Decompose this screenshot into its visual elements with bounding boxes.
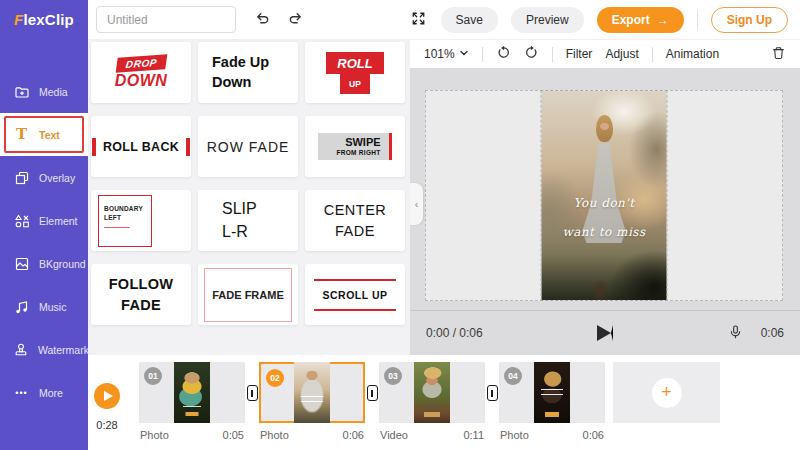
preset-label: FADE: [324, 221, 387, 241]
slide-text-line1: You don't: [542, 189, 667, 218]
preset-scroll-up[interactable]: SCROLL UP: [305, 264, 405, 325]
panel-collapse-handle[interactable]: ‹: [410, 183, 423, 225]
tab-filter[interactable]: Filter: [566, 47, 593, 61]
sidebar-item-label: BKground: [39, 258, 86, 270]
preset-label: CENTERFADE: [324, 200, 387, 241]
fullscreen-button[interactable]: [409, 9, 428, 31]
preset-label: FADE FRAME: [204, 268, 292, 322]
preset-roll-back[interactable]: ROLL BACK: [91, 116, 191, 177]
preset-label: BOUNDARY: [104, 204, 151, 214]
sidebar-item-more[interactable]: •••More: [0, 371, 88, 414]
preview-button[interactable]: Preview: [511, 7, 584, 33]
add-clip-button[interactable]: +: [613, 362, 720, 423]
preset-label: FADE: [109, 295, 174, 315]
flexclip-logo[interactable]: FlexClip: [0, 0, 88, 40]
sidebar-item-media[interactable]: Media: [0, 70, 88, 113]
clip-meta: Video0:11: [379, 429, 485, 441]
preset-label: Fade Up: [212, 53, 284, 73]
clip-duration: 0:06: [761, 326, 784, 340]
clip-number-badge: 04: [504, 367, 522, 385]
clip-type-label: Video: [380, 429, 408, 441]
shapes-icon: [13, 213, 30, 229]
sidebar-item-bkground[interactable]: BKground: [0, 242, 88, 285]
clip-number-badge: 01: [144, 367, 162, 385]
redo-button[interactable]: [285, 8, 306, 32]
sign-up-button[interactable]: Sign Up: [711, 7, 788, 33]
clip-number-badge: 03: [384, 367, 402, 385]
project-title-input[interactable]: [96, 6, 236, 33]
stamp-icon: [13, 342, 29, 358]
undo-button[interactable]: [252, 8, 273, 32]
preset-roll-up[interactable]: ROLLUP: [305, 42, 405, 103]
transition-icon: [367, 385, 378, 401]
save-button[interactable]: Save: [441, 7, 498, 33]
redo-icon: [287, 10, 304, 30]
preset-label: FOLLOW: [109, 274, 174, 294]
tab-animation[interactable]: Animation: [666, 47, 719, 61]
delete-button[interactable]: [771, 45, 786, 64]
slide-photo[interactable]: You don't want to miss: [542, 91, 667, 300]
rotate-right-icon: [524, 45, 539, 63]
chevron-down-icon: [459, 47, 469, 61]
timeline-clip-03[interactable]: 03Video0:11: [379, 362, 485, 441]
clip-thumbnail-card[interactable]: 02: [259, 362, 365, 423]
clip-thumbnail-card[interactable]: 04: [499, 362, 605, 423]
top-bar: FlexClip Save Preview Export → Sign Up: [0, 0, 800, 40]
preset-art: SWIPEFROM RIGHT: [318, 133, 391, 159]
timeline-clip-02[interactable]: 02Photo0:06: [259, 362, 365, 441]
play-button[interactable]: [597, 325, 613, 341]
preset-label: FOLLOWFADE: [109, 274, 174, 315]
preset-fade-frame[interactable]: FADE FRAME: [198, 264, 298, 325]
preset-fade-up-down[interactable]: Fade UpDown: [198, 42, 298, 103]
preset-label: SLIPL-R: [222, 198, 274, 243]
sidebar-item-label: Media: [39, 86, 68, 98]
rotate-left-button[interactable]: [496, 45, 511, 63]
sidebar-item-watermark[interactable]: Watermark: [0, 328, 88, 371]
arrow-right-icon: →: [657, 13, 669, 27]
chevron-left-icon: ‹: [415, 198, 419, 210]
preset-drop-down[interactable]: DROPDOWN: [91, 42, 191, 103]
sidebar-item-music[interactable]: Music: [0, 285, 88, 328]
topbar-divider: [697, 10, 698, 30]
preset-underline: [104, 227, 130, 228]
ellipsis-icon: •••: [13, 388, 30, 398]
sidebar-item-overlay[interactable]: Overlay: [0, 156, 88, 199]
undo-icon: [254, 10, 271, 30]
timeline-clip-01[interactable]: 01Photo0:05: [139, 362, 245, 441]
transition-button[interactable]: [485, 385, 499, 401]
timeline-play-button[interactable]: [94, 383, 120, 409]
preset-label: ROLL BACK: [92, 138, 190, 156]
export-button[interactable]: Export →: [597, 7, 684, 33]
transition-button[interactable]: [365, 385, 379, 401]
clip-meta: Photo0:06: [259, 429, 365, 441]
sidebar: MediaTTextOverlayElementBKgroundMusicWat…: [0, 40, 88, 450]
preset-slip-lr[interactable]: SLIPL-R: [198, 190, 298, 251]
sidebar-item-label: More: [39, 387, 63, 399]
preset-art: BOUNDARYLEFT: [98, 195, 152, 247]
slide-text-line2: want to miss: [542, 218, 667, 247]
preset-follow-fade[interactable]: FOLLOWFADE: [91, 264, 191, 325]
clip-meta: Photo0:06: [499, 429, 605, 441]
voiceover-button[interactable]: [726, 322, 745, 345]
clip-thumbnail-card[interactable]: 03: [379, 362, 485, 423]
timeline-clip-04[interactable]: 04Photo0:06: [499, 362, 605, 441]
preset-label: FROM RIGHT: [336, 149, 380, 156]
transition-button[interactable]: [245, 385, 259, 401]
preset-swipe-right[interactable]: SWIPEFROM RIGHT: [305, 116, 405, 177]
background-icon: [13, 256, 30, 272]
preset-art: ROLLUP: [326, 52, 383, 94]
preset-row-fade[interactable]: ROW FADE: [198, 116, 298, 177]
overlay-icon: [13, 170, 30, 186]
tab-adjust[interactable]: Adjust: [605, 47, 638, 61]
trash-icon: [771, 45, 786, 64]
slide-text-overlay[interactable]: You don't want to miss: [542, 189, 667, 247]
text-t-icon: T: [13, 127, 30, 142]
preset-center-fade[interactable]: CENTERFADE: [305, 190, 405, 251]
rotate-right-button[interactable]: [524, 45, 539, 63]
toolbar-divider: [482, 47, 483, 62]
clip-thumbnail-card[interactable]: 01: [139, 362, 245, 423]
sidebar-item-element[interactable]: Element: [0, 199, 88, 242]
zoom-level-dropdown[interactable]: 101%: [424, 47, 469, 61]
sidebar-item-text[interactable]: TText: [0, 113, 88, 156]
preset-boundary-left[interactable]: BOUNDARYLEFT: [91, 190, 191, 251]
